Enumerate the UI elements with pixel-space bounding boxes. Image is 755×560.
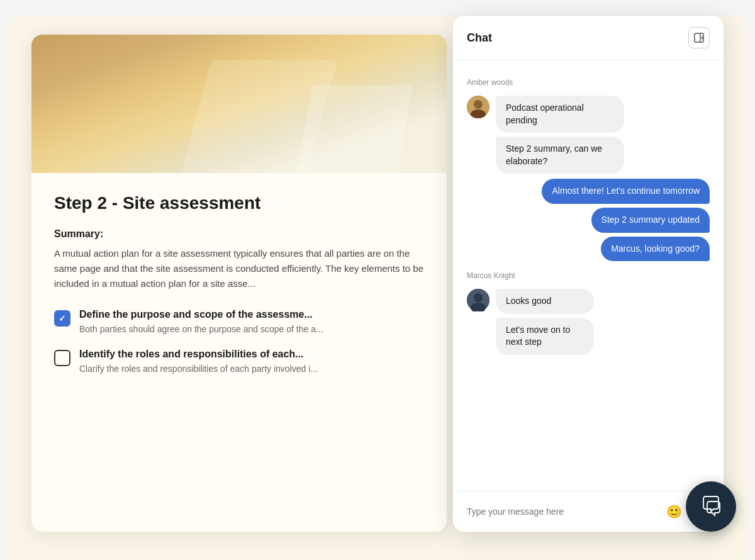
chat-header: Chat bbox=[453, 16, 724, 60]
amber-bubble-2: Step 2 summary, can we elaborate? bbox=[496, 137, 624, 174]
avatar-amber bbox=[467, 96, 489, 118]
sent-bubble-1: Almost there! Let's continue tomorrow bbox=[542, 179, 710, 204]
checkbox-1[interactable] bbox=[54, 310, 70, 327]
marcus-bubble-2: Let's move on to next step bbox=[496, 318, 594, 355]
checklist-item-2: Identify the roles and responsibilities … bbox=[54, 349, 424, 376]
amber-bubbles: Podcast operational pending Step 2 summa… bbox=[496, 96, 656, 174]
chat-messages-container: Amber woods Podcast operational pending … bbox=[453, 60, 724, 491]
stair-decoration bbox=[297, 85, 413, 173]
marcus-bubbles: Looks good Let's move on to next step bbox=[496, 289, 618, 355]
main-content-card: Step 2 - Site assessment Summary: A mutu… bbox=[31, 35, 447, 532]
checklist-item-2-content: Identify the roles and responsibilities … bbox=[79, 349, 318, 376]
chat-fab-button[interactable] bbox=[686, 481, 736, 532]
amber-bubble-1: Podcast operational pending bbox=[496, 96, 624, 133]
main-content-body: Step 2 - Site assessment Summary: A mutu… bbox=[31, 173, 447, 532]
checklist-item-1-content: Define the purpose and scope of the asse… bbox=[79, 309, 323, 336]
checklist-desc-1: Both parties should agree on the purpose… bbox=[79, 323, 323, 336]
hero-image bbox=[31, 35, 447, 173]
amber-messages-group: Podcast operational pending Step 2 summa… bbox=[467, 96, 710, 174]
sender-label-marcus: Marcus Knight bbox=[467, 271, 710, 280]
checkbox-2[interactable] bbox=[54, 350, 70, 366]
marcus-bubble-1: Looks good bbox=[496, 289, 594, 314]
chat-input-area: 🙂 bbox=[453, 491, 724, 532]
svg-point-6 bbox=[474, 293, 483, 302]
avatar-marcus bbox=[467, 289, 489, 311]
collapse-button[interactable] bbox=[688, 27, 710, 48]
sender-label-amber: Amber woods bbox=[467, 78, 710, 87]
checklist-desc-2: Clarify the roles and responsibilities o… bbox=[79, 362, 318, 376]
sent-messages-group: Almost there! Let's continue tomorrow St… bbox=[467, 179, 710, 261]
step-title: Step 2 - Site assessment bbox=[54, 193, 424, 213]
summary-label: Summary: bbox=[54, 228, 424, 240]
marcus-messages-group: Looks good Let's move on to next step bbox=[467, 289, 710, 355]
sent-bubble-3: Marcus, looking good? bbox=[601, 237, 710, 262]
emoji-button[interactable]: 🙂 bbox=[666, 504, 682, 519]
svg-rect-0 bbox=[695, 33, 703, 42]
chat-title: Chat bbox=[467, 31, 492, 45]
summary-text: A mutual action plan for a site assessme… bbox=[54, 246, 424, 291]
checklist-title-2: Identify the roles and responsibilities … bbox=[79, 349, 318, 360]
chat-input[interactable] bbox=[467, 507, 659, 517]
checklist-item-1: Define the purpose and scope of the asse… bbox=[54, 309, 424, 336]
svg-point-3 bbox=[474, 100, 483, 109]
chat-panel: Chat Amber woods bbox=[453, 16, 724, 532]
checklist-title-1: Define the purpose and scope of the asse… bbox=[79, 309, 323, 320]
sent-bubble-2: Step 2 summary updated bbox=[591, 208, 710, 233]
